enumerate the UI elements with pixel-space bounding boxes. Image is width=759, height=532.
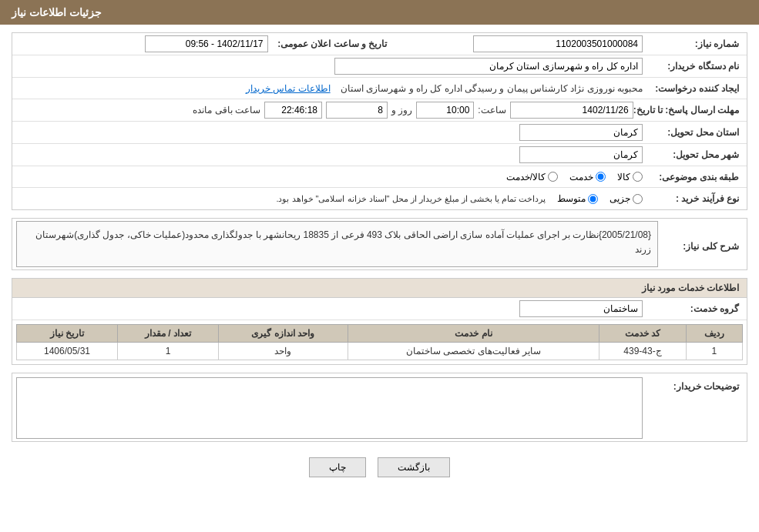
row-province-delivery: استان محل تحویل: [12,122,747,144]
response-remaining-label: ساعت باقی مانده [193,105,260,115]
description-label: شرح کلی نیاز: [658,237,743,252]
row-response-deadline: مهلت ارسال پاسخ: تا تاریخ: ساعت: روز و س… [12,99,747,122]
city-delivery-label: شهر محل تحویل: [643,149,743,160]
subject-kala-label: کالا [617,172,630,182]
col-unit: واحد اندازه گیری [218,325,348,343]
col-row: ردیف [686,325,742,343]
purchase-jozi-label: جزیی [610,193,630,204]
response-days-input[interactable] [326,102,388,119]
table-header-row: ردیف کد خدمت نام خدمت واحد اندازه گیری ت… [17,325,743,343]
row-purchase-type: نوع فرآیند خرید : جزیی متوسط پرداخت تمام… [12,188,747,209]
row-service-group: گروه خدمت: [12,298,747,320]
response-remaining-input[interactable] [264,102,322,119]
main-content: شماره نیاز: تاریخ و ساعت اعلان عمومی: نا… [0,25,759,493]
announce-date-value-area [16,35,268,52]
back-button[interactable]: بازگشت [378,457,450,477]
niaaz-number-value-area [391,35,643,52]
row-subject: طبقه بندی موضوعی: کالا خدمت کالا/خدمت [12,166,747,188]
purchase-motavaset: متوسط [557,193,598,204]
purchase-type-label: نوع فرآیند خرید : [643,193,743,204]
response-date-input[interactable] [510,102,633,119]
page-container: جزئیات اطلاعات نیاز شماره نیاز: تاریخ و … [0,0,759,532]
subject-kala: کالا [617,172,643,182]
print-button[interactable]: چاپ [309,457,366,477]
response-time-label: ساعت: [478,105,505,115]
purchase-note: پرداخت تمام یا بخشی از مبلغ خریدار از مح… [276,194,546,204]
cell-unit: واحد [218,343,348,360]
city-delivery-input[interactable] [519,146,643,163]
subject-radio-kala[interactable] [633,172,643,182]
col-qty: تعداد / مقدار [118,325,219,343]
purchase-radio-motavaset[interactable] [588,194,598,204]
announce-date-label: تاریخ و ساعت اعلان عمومی: [268,38,391,49]
province-delivery-input[interactable] [519,124,643,141]
creator-link[interactable]: اطلاعات تماس خریدار [246,83,331,94]
buyer-notes-textarea[interactable] [16,377,643,439]
col-date: تاریخ نیاز [17,325,118,343]
services-table: ردیف کد خدمت نام خدمت واحد اندازه گیری ت… [16,324,743,360]
buyer-org-input[interactable] [334,58,643,75]
col-name: نام خدمت [348,325,599,343]
subject-radio-group: کالا خدمت کالا/خدمت [16,172,643,182]
announce-date-input[interactable] [145,35,268,52]
row-creator: ایجاد کننده درخواست: محبوبه نوروزی نژاد … [12,78,747,99]
buyer-notes-section: توضیحات خریدار: [12,373,747,442]
subject-radio-khedmat[interactable] [596,172,606,182]
description-row: شرح کلی نیاز: {2005/21/08}نظارت بر اجرای… [12,219,747,269]
province-delivery-value-area [16,124,643,141]
creator-text: محبوبه نوروزی نژاد کارشناس پیمان و رسیدگ… [341,83,643,94]
response-deadline-label: مهلت ارسال پاسخ: تا تاریخ: [633,105,743,115]
description-value-area: {2005/21/08}نظارت بر اجرای عملیات آماده … [16,221,658,267]
purchase-radio-jozi[interactable] [633,194,643,204]
cell-row: 1 [686,343,742,360]
subject-radio-kala-khedmat[interactable] [548,172,558,182]
response-deadline-value-area: ساعت: روز و ساعت باقی مانده [16,102,633,119]
cell-qty: 1 [118,343,219,360]
page-header: جزئیات اطلاعات نیاز [0,0,759,25]
services-section: اطلاعات خدمات مورد نیاز گروه خدمت: ردیف … [12,278,747,365]
subject-label: طبقه بندی موضوعی: [643,172,743,182]
service-group-value-area [16,300,643,317]
subject-khedmat-label: خدمت [569,172,593,182]
purchase-type-radio-group: جزیی متوسط پرداخت تمام یا بخشی از مبلغ خ… [16,193,643,204]
city-delivery-value-area [16,146,643,163]
purchase-jozi: جزیی [610,193,643,204]
row-city-delivery: شهر محل تحویل: [12,144,747,166]
niaaz-number-label: شماره نیاز: [643,38,743,49]
buyer-org-value-area [16,58,643,75]
description-text: {2005/21/08}نظارت بر اجرای عملیات آماده … [16,221,658,267]
button-row: بازگشت چاپ [12,450,747,485]
table-row: 1 ج-43-439 سایر فعالیت‌های تخصصی ساختمان… [17,343,743,360]
subject-kala-khedmat: کالا/خدمت [506,172,558,182]
col-code: کد خدمت [599,325,687,343]
cell-date: 1406/05/31 [17,343,118,360]
service-group-label: گروه خدمت: [643,303,743,314]
buyer-org-label: نام دستگاه خریدار: [643,61,743,72]
service-group-input[interactable] [519,300,643,317]
province-delivery-label: استان محل تحویل: [643,127,743,138]
cell-name: سایر فعالیت‌های تخصصی ساختمان [348,343,599,360]
services-title: اطلاعات خدمات مورد نیاز [12,279,747,298]
buyer-notes-value-area [16,377,643,439]
niaaz-number-input[interactable] [473,35,643,52]
page-title: جزئیات اطلاعات نیاز [12,6,102,18]
buyer-notes-label: توضیحات خریدار: [643,377,743,392]
row-niaaz-announce: شماره نیاز: تاریخ و ساعت اعلان عمومی: [12,33,747,55]
row-buyer-org: نام دستگاه خریدار: [12,55,747,78]
purchase-motavaset-label: متوسط [557,193,586,204]
creator-value-area: محبوبه نوروزی نژاد کارشناس پیمان و رسیدگ… [16,83,643,94]
subject-kala-khedmat-label: کالا/خدمت [506,172,546,182]
creator-label: ایجاد کننده درخواست: [643,83,743,94]
info-section: شماره نیاز: تاریخ و ساعت اعلان عمومی: نا… [12,32,747,210]
description-section: شرح کلی نیاز: {2005/21/08}نظارت بر اجرای… [12,218,747,270]
subject-khedmat: خدمت [569,172,606,182]
services-table-wrapper: ردیف کد خدمت نام خدمت واحد اندازه گیری ت… [12,320,747,364]
response-day-label: روز و [391,105,412,115]
cell-code: ج-43-439 [599,343,687,360]
buyer-notes-row: توضیحات خریدار: [12,373,747,441]
response-time-input[interactable] [416,102,474,119]
